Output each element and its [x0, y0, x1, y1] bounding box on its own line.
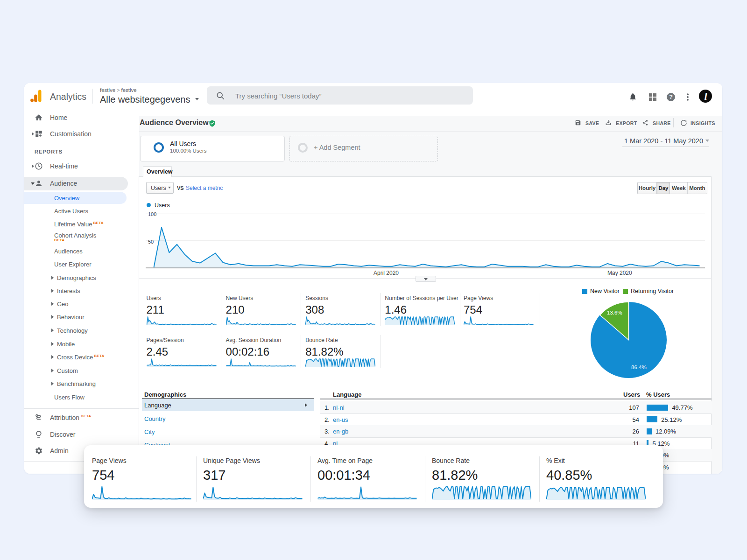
svg-text:l: l: [704, 91, 707, 102]
svg-text:?: ?: [669, 94, 673, 100]
